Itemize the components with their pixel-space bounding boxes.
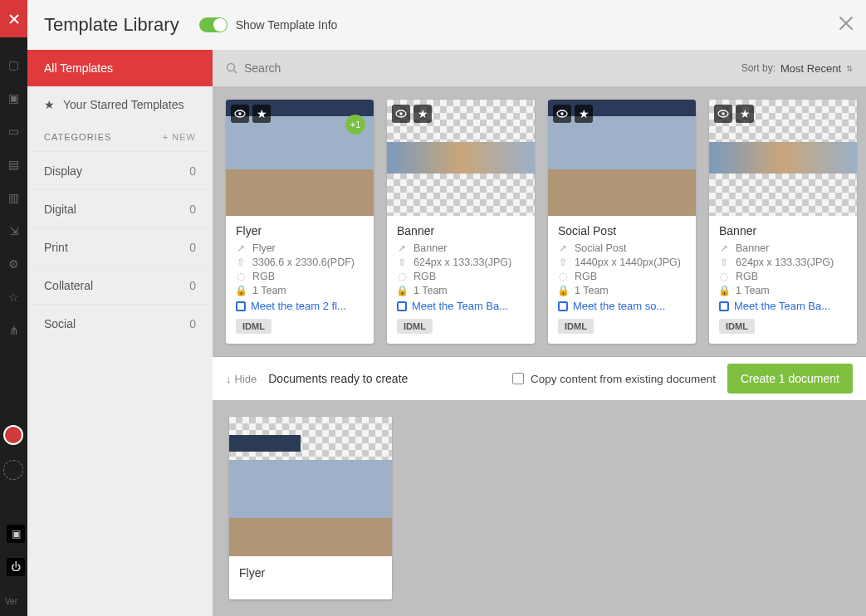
arrow-down-icon: ↓ (226, 373, 232, 385)
template-source-link[interactable]: Meet the Team Ba... (719, 300, 847, 312)
show-info-toggle[interactable] (199, 17, 228, 32)
hide-documents-button[interactable]: ↓ Hide (226, 373, 257, 385)
search-input[interactable] (244, 61, 410, 75)
lock-icon: 🔒 (719, 285, 729, 296)
doc-icon[interactable]: ▭ (8, 125, 19, 138)
svg-point-8 (722, 112, 725, 115)
thumbnail-strip (709, 142, 857, 174)
star-icon[interactable]: ☆ (8, 291, 19, 304)
template-source-link[interactable]: Meet the Team Ba... (397, 300, 525, 312)
meta-value: 624px x 133.33(JPG) (413, 257, 511, 268)
sidebar-categories-header: CATEGORIES + NEW (27, 123, 213, 151)
template-thumbnail: ★+1 (226, 100, 374, 216)
search-sort-bar: Sort by: Most Recent ⇅ (213, 50, 866, 86)
template-source-link[interactable]: Meet the team 2 fl... (236, 300, 364, 312)
modal-body: All Templates ★ Your Starred Templates C… (27, 50, 866, 616)
expand-icon: ↗ (558, 242, 568, 254)
link-text: Meet the Team Ba... (734, 300, 830, 312)
sidebar-item-label: Social (44, 317, 76, 330)
copy-content-checkbox[interactable]: Copy content from existing document (512, 373, 716, 385)
star-button[interactable]: ★ (413, 105, 432, 123)
template-thumbnail: ★ (387, 100, 535, 216)
checkbox-icon (512, 373, 524, 384)
template-source-link[interactable]: Meet the team so... (558, 300, 686, 312)
template-card[interactable]: ★Social Post↗Social Post⇧1440px x 1440px… (548, 100, 696, 344)
star-button[interactable]: ★ (736, 105, 754, 123)
template-team: 🔒1 Team (558, 285, 686, 296)
template-team: 🔒1 Team (397, 285, 525, 296)
template-team: 🔒1 Team (719, 285, 847, 296)
document-title: Flyer (229, 556, 392, 589)
app-logo-button[interactable] (0, 0, 27, 37)
droplet-icon: ◌ (558, 271, 568, 282)
upload-icon: ⇧ (719, 257, 729, 268)
template-dimensions: ⇧1440px x 1440px(JPG) (558, 257, 686, 268)
template-card[interactable]: ★Banner↗Banner⇧624px x 133.33(JPG)◌RGB🔒1… (709, 100, 857, 344)
sidebar-item-category[interactable]: Display 0 (27, 151, 213, 189)
template-card-body: Flyer↗Flyer⇧3306.6 x 2330.6(PDF)◌RGB🔒1 T… (226, 216, 374, 344)
create-document-button[interactable]: Create 1 document (727, 364, 853, 394)
sidebar-item-category[interactable]: Print 0 (27, 227, 213, 266)
thumbnail-action-icons: ★ (553, 105, 593, 123)
template-card-body: Social Post↗Social Post⇧1440px x 1440px(… (548, 216, 696, 344)
template-color-mode: ◌RGB (558, 271, 686, 282)
power-button[interactable]: ⏻ (7, 558, 25, 576)
preview-button[interactable] (553, 105, 571, 123)
template-dimensions: ⇧624px x 133.33(JPG) (719, 257, 847, 268)
sidebar-item-all-templates[interactable]: All Templates (27, 50, 213, 86)
sidebar-item-label: All Templates (44, 61, 113, 75)
meta-value: RGB (575, 271, 597, 282)
preview-button[interactable] (231, 105, 249, 123)
template-color-mode: ◌RGB (719, 271, 847, 282)
sidebar-item-starred[interactable]: ★ Your Starred Templates (27, 86, 213, 123)
meta-value: 1 Team (252, 285, 286, 296)
template-color-mode: ◌RGB (236, 271, 364, 282)
sidebar-item-category[interactable]: Collateral 0 (27, 266, 213, 304)
expand-icon: ↗ (236, 242, 246, 254)
user-avatar[interactable] (3, 425, 23, 445)
sidebar-item-category[interactable]: Digital 0 (27, 189, 213, 227)
sidebar-item-category[interactable]: Social 0 (27, 304, 213, 342)
sidebar-item-label: Your Starred Templates (63, 98, 184, 111)
gear-icon[interactable]: ⚙ (8, 257, 19, 271)
star-icon: ★ (44, 98, 55, 111)
template-card[interactable]: ★+1Flyer↗Flyer⇧3306.6 x 2330.6(PDF)◌RGB🔒… (226, 100, 374, 344)
eye-icon (234, 108, 246, 120)
add-badge[interactable]: +1 (345, 115, 365, 134)
network-icon[interactable]: ⋔ (9, 324, 19, 337)
document-icon (397, 301, 407, 311)
category-sidebar: All Templates ★ Your Starred Templates C… (27, 50, 213, 616)
documents-ready-label: Documents ready to create (268, 372, 408, 385)
file-type-tag: IDML (236, 319, 272, 334)
preview-button[interactable] (392, 105, 410, 123)
star-icon: ★ (257, 107, 267, 120)
sort-dropdown[interactable]: Sort by: Most Recent ⇅ (741, 62, 853, 75)
template-type: ↗Banner (397, 242, 525, 254)
category-count: 0 (189, 317, 196, 330)
selected-document-card[interactable]: Flyer (229, 417, 392, 599)
folder-icon[interactable]: ▢ (8, 58, 19, 71)
template-grid: ★+1Flyer↗Flyer⇧3306.6 x 2330.6(PDF)◌RGB🔒… (213, 86, 866, 357)
image-icon[interactable]: ▣ (8, 91, 19, 105)
thumbnail-header-bar (229, 435, 301, 452)
template-card[interactable]: ★Banner↗Banner⇧624px x 133.33(JPG)◌RGB🔒1… (387, 100, 535, 344)
star-icon: ★ (418, 107, 428, 120)
preview-button[interactable] (714, 105, 732, 123)
add-category-button[interactable]: + NEW (163, 132, 196, 142)
star-icon: ★ (579, 107, 590, 120)
svg-point-4 (399, 112, 403, 115)
expand-icon: ↗ (397, 242, 407, 254)
sidebar-item-label: Print (44, 241, 68, 254)
share-icon[interactable]: ⇲ (9, 224, 19, 237)
layers-icon[interactable]: ▤ (8, 158, 19, 171)
close-modal-button[interactable] (838, 15, 856, 33)
add-user-button[interactable] (3, 460, 23, 480)
svg-point-2 (238, 112, 242, 115)
assets-button[interactable]: ▣ (7, 525, 25, 543)
star-button[interactable]: ★ (252, 105, 271, 123)
star-button[interactable]: ★ (575, 105, 593, 123)
desktop-icon[interactable]: ▥ (8, 191, 19, 204)
template-type: ↗Social Post (558, 242, 686, 254)
meta-value: RGB (413, 271, 436, 282)
droplet-icon: ◌ (719, 271, 729, 282)
